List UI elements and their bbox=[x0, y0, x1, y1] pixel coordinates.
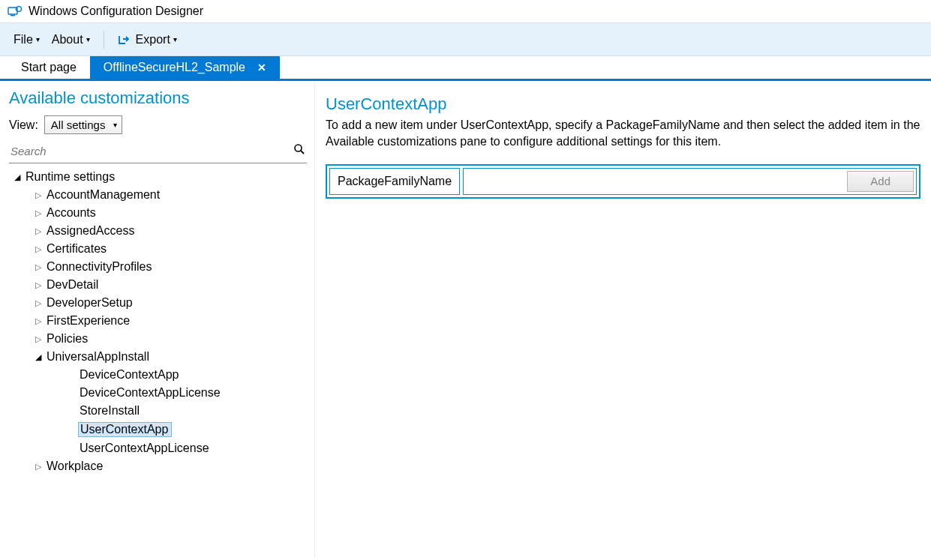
tree-leaf[interactable]: ▷UserContextAppLicense bbox=[9, 439, 307, 457]
tree-leaf[interactable]: ▷StoreInstall bbox=[9, 402, 307, 420]
tree-node-runtime-settings[interactable]: ◢ Runtime settings bbox=[9, 168, 307, 186]
menubar: File▾ About▾ Export▾ bbox=[0, 23, 931, 56]
chevron-right-icon: ▷ bbox=[33, 190, 44, 200]
sidebar: Available customizations View: All setti… bbox=[0, 81, 315, 559]
tab-start-page[interactable]: Start page bbox=[8, 56, 90, 79]
chevron-right-icon: ▷ bbox=[33, 208, 44, 218]
tab-project[interactable]: OfflineSecureHL2_Sample ✕ bbox=[90, 56, 280, 79]
view-label: View: bbox=[9, 118, 38, 132]
close-icon[interactable]: ✕ bbox=[257, 61, 266, 73]
svg-line-4 bbox=[301, 151, 304, 154]
svg-point-3 bbox=[295, 145, 302, 151]
chevron-right-icon: ▷ bbox=[33, 262, 44, 272]
tree-node[interactable]: ▷FirstExperience bbox=[9, 312, 307, 330]
chevron-down-icon: ▾ bbox=[86, 35, 90, 43]
field-label-packagefamilyname: PackageFamilyName bbox=[329, 168, 460, 195]
field-input-wrap: Add bbox=[463, 168, 917, 195]
chevron-right-icon: ▷ bbox=[33, 316, 44, 326]
tree-leaf[interactable]: ▷DeviceContextAppLicense bbox=[9, 384, 307, 402]
view-row: View: All settings bbox=[9, 115, 307, 134]
menu-separator bbox=[104, 31, 104, 49]
tree-node[interactable]: ▷Certificates bbox=[9, 240, 307, 258]
chevron-right-icon: ▷ bbox=[33, 226, 44, 236]
chevron-down-icon: ▾ bbox=[36, 35, 40, 43]
content: Available customizations View: All setti… bbox=[0, 81, 931, 559]
main-panel: UserContextApp To add a new item under U… bbox=[315, 81, 931, 559]
view-select[interactable]: All settings bbox=[44, 115, 123, 134]
tree-node[interactable]: ▷Accounts bbox=[9, 204, 307, 222]
tree-node[interactable]: ▷AccountManagement bbox=[9, 186, 307, 204]
export-icon bbox=[118, 34, 131, 46]
titlebar: Windows Configuration Designer bbox=[0, 0, 931, 23]
search-icon[interactable] bbox=[293, 143, 305, 158]
tree-leaf[interactable]: ▷DeviceContextApp bbox=[9, 366, 307, 384]
chevron-right-icon: ▷ bbox=[33, 334, 44, 344]
field-row: PackageFamilyName Add bbox=[326, 164, 920, 199]
app-icon bbox=[8, 5, 23, 17]
setting-description: To add a new item under UserContextApp, … bbox=[326, 117, 920, 151]
menu-about[interactable]: About▾ bbox=[46, 23, 96, 55]
tree-node[interactable]: ▷DeveloperSetup bbox=[9, 294, 307, 312]
chevron-right-icon: ▷ bbox=[33, 244, 44, 254]
app-title: Windows Configuration Designer bbox=[29, 4, 203, 18]
tree-node-universalappinstall[interactable]: ◢UniversalAppInstall bbox=[9, 348, 307, 366]
tree-node[interactable]: ▷AssignedAccess bbox=[9, 222, 307, 240]
chevron-right-icon: ▷ bbox=[33, 298, 44, 308]
tree-node[interactable]: ▷Workplace bbox=[9, 457, 307, 475]
packagefamilyname-input[interactable] bbox=[466, 171, 847, 192]
chevron-down-icon: ◢ bbox=[33, 352, 44, 362]
chevron-down-icon: ◢ bbox=[12, 172, 23, 182]
add-button[interactable]: Add bbox=[847, 171, 914, 192]
setting-title: UserContextApp bbox=[326, 94, 920, 114]
svg-rect-1 bbox=[11, 15, 15, 16]
menu-export[interactable]: Export▾ bbox=[112, 23, 183, 55]
chevron-right-icon: ▷ bbox=[33, 280, 44, 290]
menu-file[interactable]: File▾ bbox=[8, 23, 46, 55]
tree-node[interactable]: ▷ConnectivityProfiles bbox=[9, 258, 307, 276]
sidebar-title: Available customizations bbox=[9, 88, 307, 108]
chevron-right-icon: ▷ bbox=[33, 462, 44, 472]
settings-tree: ◢ Runtime settings ▷AccountManagement ▷A… bbox=[9, 168, 307, 475]
search-row bbox=[9, 140, 307, 163]
tree-node[interactable]: ▷DevDetail bbox=[9, 276, 307, 294]
tree-leaf-usercontextapp[interactable]: ▷UserContextApp bbox=[9, 420, 307, 439]
search-input[interactable] bbox=[11, 145, 293, 157]
chevron-down-icon: ▾ bbox=[173, 35, 177, 43]
tree-node[interactable]: ▷Policies bbox=[9, 330, 307, 348]
tabbar: Start page OfflineSecureHL2_Sample ✕ bbox=[0, 56, 931, 81]
